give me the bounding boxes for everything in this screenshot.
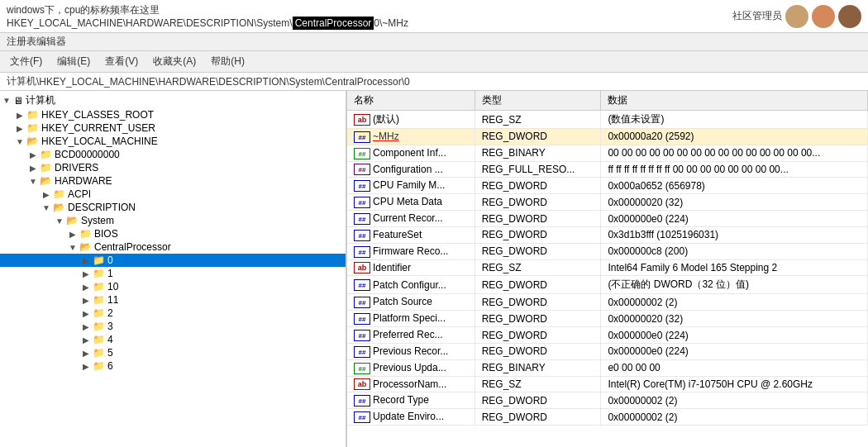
tree-item[interactable]: ▶📁 BIOS	[0, 227, 346, 240]
menu-item[interactable]: 编辑(E)	[50, 53, 97, 70]
folder-icon: 📂	[53, 202, 65, 213]
tree-item[interactable]: ▼📂 System	[0, 214, 346, 227]
registry-data-cell: 0x00000a20 (2592)	[601, 129, 868, 145]
tree-toggle: ▼	[0, 96, 13, 105]
tree-item[interactable]: ▶📁 2	[0, 307, 346, 320]
registry-name-cell: ##Patch Source	[347, 294, 475, 311]
table-row[interactable]: ##FeatureSetREG_DWORD0x3d1b3fff (1025196…	[347, 226, 868, 243]
table-row[interactable]: ##Update Enviro...REG_DWORD0x00000002 (2…	[347, 409, 868, 426]
table-row[interactable]: ##Firmware Reco...REG_DWORD0x000000c8 (2…	[347, 243, 868, 259]
registry-data-cell: 0x000a0652 (656978)	[601, 178, 868, 194]
registry-data-cell: (不正确的 DWORD（32 位）值)	[601, 276, 868, 294]
table-row[interactable]: abProcessorNam...REG_SZIntel(R) Core(TM)…	[347, 376, 868, 392]
menu-item[interactable]: 查看(V)	[98, 53, 145, 70]
registry-name-cell: ##~MHz	[347, 129, 475, 145]
registry-name-cell: ##Firmware Reco...	[347, 243, 475, 259]
table-row[interactable]: ##Preferred Rec...REG_DWORD0x000000e0 (2…	[347, 327, 868, 344]
reg-type-icon: ##	[354, 279, 370, 291]
menu-item[interactable]: 帮助(H)	[204, 53, 251, 70]
table-row[interactable]: abIdentifierREG_SZIntel64 Family 6 Model…	[347, 259, 868, 276]
tree-toggle: ▶	[26, 164, 40, 173]
registry-data-cell: 0x000000c8 (200)	[601, 243, 868, 259]
tree-item[interactable]: ▶📁 ACPI	[0, 188, 346, 201]
registry-name-cell: abProcessorNam...	[347, 376, 475, 392]
folder-icon: 📁	[40, 162, 52, 174]
registry-data-cell: 0x00000002 (2)	[601, 392, 868, 409]
table-row[interactable]: ##Component Inf...REG_BINARY00 00 00 00 …	[347, 145, 868, 161]
menu-item[interactable]: 收藏夹(A)	[146, 53, 203, 70]
reg-type-icon: ##	[354, 346, 370, 358]
window-title-bar: 注册表编辑器	[0, 33, 868, 51]
tree-item[interactable]: ▶📁 10	[0, 280, 346, 293]
registry-type-cell: REG_DWORD	[475, 226, 601, 243]
registry-table: 名称类型数据 ab(默认)REG_SZ(数值未设置)##~MHzREG_DWOR…	[347, 91, 868, 426]
registry-type-cell: REG_DWORD	[475, 178, 601, 194]
tree-item[interactable]: ▶📁 0	[0, 254, 346, 267]
registry-name-cell: ##Current Recor...	[347, 211, 475, 227]
tree-item[interactable]: ▶📁 BCD00000000	[0, 148, 346, 161]
tree-item[interactable]: ▶📁 6	[0, 359, 346, 373]
tree-item[interactable]: ▶📁 HKEY_CURRENT_USER	[0, 121, 346, 135]
registry-name: Record Type	[373, 394, 429, 406]
reg-type-icon: ab	[354, 262, 370, 273]
table-row[interactable]: ##Previous Upda...REG_BINARYe0 00 00 00	[347, 359, 868, 376]
registry-type-cell: REG_DWORD	[475, 343, 601, 359]
tree-item[interactable]: ▼📂 HARDWARE	[0, 174, 346, 188]
folder-icon: 📂	[79, 241, 92, 253]
table-row[interactable]: ##Patch Configur...REG_DWORD(不正确的 DWORD（…	[347, 276, 868, 294]
tree-item[interactable]: ▶📁 4	[0, 333, 346, 346]
registry-type-cell: REG_DWORD	[475, 129, 601, 145]
tree-item[interactable]: ▶📁 11	[0, 293, 346, 307]
table-row[interactable]: ##Previous Recor...REG_DWORD0x000000e0 (…	[347, 343, 868, 359]
tree-toggle: ▼	[40, 203, 53, 212]
table-row[interactable]: ##Record TypeREG_DWORD0x00000002 (2)	[347, 392, 868, 409]
tree-panel[interactable]: ▼🖥 计算机▶📁 HKEY_CLASSES_ROOT▶📁 HKEY_CURREN…	[0, 91, 347, 447]
folder-icon: 📁	[40, 149, 52, 160]
folder-icon: 📁	[93, 334, 105, 345]
registry-panel[interactable]: 名称类型数据 ab(默认)REG_SZ(数值未设置)##~MHzREG_DWOR…	[347, 91, 868, 447]
registry-type-cell: REG_SZ	[475, 111, 601, 129]
table-row[interactable]: ##Patch SourceREG_DWORD0x00000002 (2)	[347, 294, 868, 311]
tree-toggle: ▼	[66, 243, 79, 252]
reg-type-icon: ##	[354, 197, 370, 208]
table-row[interactable]: ##CPU Family M...REG_DWORD0x000a0652 (65…	[347, 178, 868, 194]
folder-icon: 📁	[93, 268, 105, 279]
registry-data-cell: 0x00000020 (32)	[601, 311, 868, 327]
table-row[interactable]: ##CPU Meta DataREG_DWORD0x00000020 (32)	[347, 194, 868, 211]
registry-name: Component Inf...	[373, 147, 446, 159]
tree-item[interactable]: ▼📂 DESCRIPTION	[0, 201, 346, 214]
table-row[interactable]: ##Configuration ...REG_FULL_RESO...ff ff…	[347, 161, 868, 178]
registry-name: Patch Source	[373, 296, 432, 307]
folder-icon: 📁	[93, 254, 105, 266]
folder-icon: 📁	[53, 188, 65, 200]
tree-item[interactable]: ▼🖥 计算机	[0, 93, 346, 108]
tree-item[interactable]: ▶📁 5	[0, 346, 346, 359]
avatar-3	[838, 5, 861, 28]
reg-type-icon: ##	[354, 131, 370, 143]
tree-item[interactable]: ▶📁 1	[0, 267, 346, 280]
reg-type-icon: ##	[354, 297, 370, 308]
tree-item[interactable]: ▼📂 CentralProcessor	[0, 240, 346, 254]
reg-type-icon: ab	[354, 378, 370, 390]
tree-item-label: 1	[107, 268, 113, 279]
reg-type-icon: ##	[354, 395, 370, 407]
table-row[interactable]: ab(默认)REG_SZ(数值未设置)	[347, 111, 868, 129]
folder-icon: 📁	[93, 347, 105, 359]
menu-bar: 文件(F)编辑(E)查看(V)收藏夹(A)帮助(H)	[0, 51, 868, 73]
table-row[interactable]: ##~MHzREG_DWORD0x00000a20 (2592)	[347, 129, 868, 145]
registry-name: Previous Recor...	[373, 345, 448, 357]
folder-icon: 🖥	[13, 95, 23, 107]
tree-item[interactable]: ▶📁 DRIVERS	[0, 161, 346, 174]
tree-item[interactable]: ▼📂 HKEY_LOCAL_MACHINE	[0, 135, 346, 148]
menu-item[interactable]: 文件(F)	[3, 53, 49, 70]
tree-item[interactable]: ▶📁 HKEY_CLASSES_ROOT	[0, 108, 346, 121]
tree-toggle: ▶	[13, 111, 26, 120]
table-row[interactable]: ##Current Recor...REG_DWORD0x000000e0 (2…	[347, 211, 868, 227]
registry-name: CPU Family M...	[373, 179, 445, 191]
folder-icon: 📂	[66, 215, 79, 226]
tree-item-label: BIOS	[94, 228, 118, 240]
tree-item-label: BCD00000000	[55, 149, 120, 160]
tree-item[interactable]: ▶📁 3	[0, 320, 346, 333]
table-row[interactable]: ##Platform Speci...REG_DWORD0x00000020 (…	[347, 311, 868, 327]
tree-toggle: ▶	[13, 124, 26, 133]
